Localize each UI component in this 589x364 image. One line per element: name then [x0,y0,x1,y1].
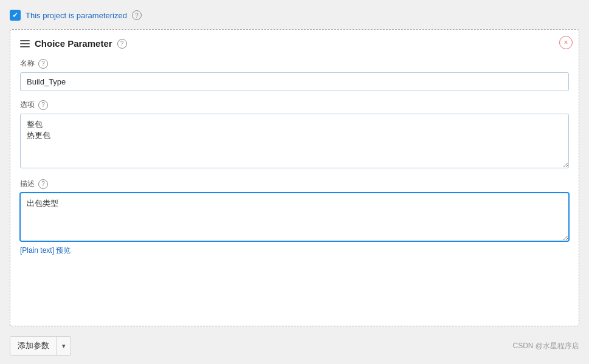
options-field-group: 选项 ? 整包 热更包 [20,100,569,170]
name-input[interactable] [20,72,569,91]
close-button[interactable]: × [559,36,573,49]
name-help-icon[interactable]: ? [38,59,48,69]
options-textarea[interactable]: 整包 热更包 [20,114,569,168]
parameterized-help-icon[interactable]: ? [132,10,142,20]
preview-link[interactable]: [Plain text] 预览 [20,246,71,256]
name-field-group: 名称 ? [20,58,569,91]
parameterized-label: This project is parameterized [26,11,127,20]
choice-parameter-card: Choice Parameter ? × 名称 ? 选项 ? [10,29,579,326]
top-bar: This project is parameterized ? [10,7,579,23]
drag-handle-icon[interactable] [20,40,30,47]
desc-label-row: 描述 ? [20,179,569,189]
name-label-row: 名称 ? [20,58,569,69]
options-label-row: 选项 ? [20,100,569,110]
options-help-icon[interactable]: ? [38,100,48,110]
name-label-text: 名称 [20,58,35,69]
add-param-arrow-icon[interactable]: ▾ [57,338,71,354]
card-title: Choice Parameter [35,38,112,49]
page-wrapper: This project is parameterized ? Choice P… [0,0,589,364]
watermark-text: CSDN @水星程序店 [512,341,579,351]
desc-label-text: 描述 [20,179,35,189]
card-help-icon[interactable]: ? [117,39,127,49]
desc-help-icon[interactable]: ? [38,179,48,189]
options-label-text: 选项 [20,100,35,110]
desc-textarea[interactable]: 出包类型 [20,193,569,241]
add-param-button[interactable]: 添加参数 ▾ [10,336,71,355]
add-param-main-label[interactable]: 添加参数 [10,337,57,355]
desc-field-group: 描述 ? 出包类型 [Plain text] 预览 [20,179,569,256]
bottom-bar: 添加参数 ▾ CSDN @水星程序店 [10,332,579,357]
card-header: Choice Parameter ? [20,38,569,49]
parameterized-checkbox[interactable] [10,10,21,21]
